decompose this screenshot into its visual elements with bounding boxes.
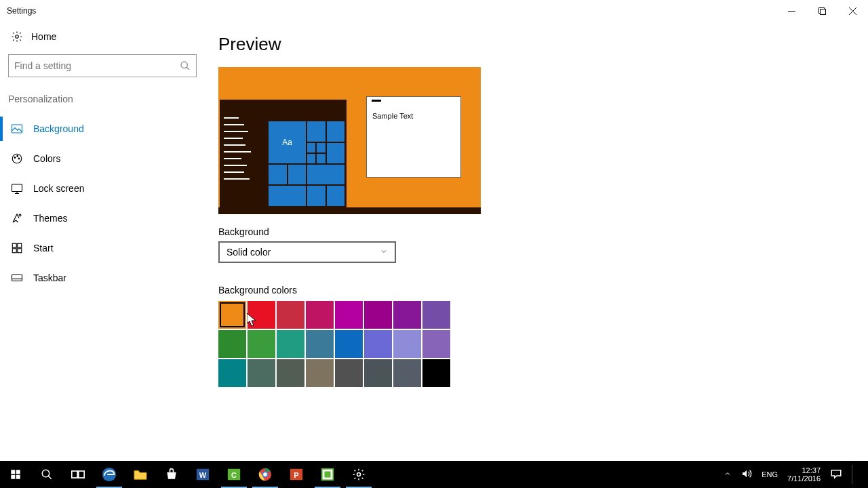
background-dropdown[interactable]: Solid color xyxy=(218,241,396,263)
svg-rect-11 xyxy=(12,243,16,247)
sidebar-item-label: Themes xyxy=(33,213,68,224)
preview-app-list xyxy=(224,117,256,185)
color-swatch[interactable] xyxy=(306,330,334,358)
color-swatch[interactable] xyxy=(218,359,246,387)
svg-rect-9 xyxy=(12,184,22,192)
picture-icon xyxy=(11,123,23,135)
sidebar-item-label: Lock screen xyxy=(33,183,84,194)
sidebar-item-label: Colors xyxy=(33,153,60,164)
sidebar-item-colors[interactable]: Colors xyxy=(7,144,203,174)
start-icon xyxy=(11,242,23,254)
color-swatch[interactable] xyxy=(393,301,421,329)
color-grid xyxy=(218,301,452,387)
sidebar-item-lock-screen[interactable]: Lock screen xyxy=(7,174,203,203)
color-swatch[interactable] xyxy=(364,359,392,387)
colors-label: Background colors xyxy=(218,285,868,296)
color-swatch[interactable] xyxy=(393,330,421,358)
home-label: Home xyxy=(31,31,56,42)
palette-icon xyxy=(11,152,23,165)
color-swatch[interactable] xyxy=(306,359,334,387)
home-button[interactable]: Home xyxy=(7,22,203,52)
main-content: Preview Aa Sample Text xyxy=(203,22,868,461)
color-swatch[interactable] xyxy=(422,301,450,329)
chevron-down-icon xyxy=(380,247,388,258)
gear-icon xyxy=(11,30,23,43)
lock-screen-icon xyxy=(11,182,23,195)
color-swatch[interactable] xyxy=(248,301,275,329)
preview-tile-big: Aa xyxy=(269,121,306,163)
svg-point-7 xyxy=(17,155,18,157)
search-input-wrapper[interactable] xyxy=(8,54,197,77)
action-center-icon[interactable] xyxy=(830,468,842,481)
color-swatch[interactable] xyxy=(393,359,421,387)
color-swatch[interactable] xyxy=(422,359,450,387)
taskbar-app-edge[interactable] xyxy=(94,461,125,488)
color-swatch[interactable] xyxy=(306,301,334,329)
svg-point-26 xyxy=(263,472,267,476)
maximize-button[interactable] xyxy=(807,1,837,20)
svg-point-31 xyxy=(357,473,361,476)
clock-time: 12:37 xyxy=(787,466,821,474)
sidebar-item-start[interactable]: Start xyxy=(7,233,203,263)
language-indicator[interactable]: ENG xyxy=(762,470,778,479)
minimize-button[interactable] xyxy=(776,1,807,20)
preview-start-menu: Aa xyxy=(220,100,347,207)
color-swatch[interactable] xyxy=(277,359,304,387)
taskbar-search-button[interactable] xyxy=(31,461,62,488)
color-swatch[interactable] xyxy=(218,330,246,358)
taskbar-app-store[interactable] xyxy=(156,461,187,488)
preview-taskbar xyxy=(218,207,481,214)
color-swatch[interactable] xyxy=(364,301,392,329)
color-swatch[interactable] xyxy=(218,301,246,329)
svg-rect-30 xyxy=(324,471,330,477)
taskbar-app-snagit[interactable] xyxy=(312,461,343,488)
taskbar-app-camtasia[interactable]: C xyxy=(218,461,250,488)
color-swatch[interactable] xyxy=(248,330,275,358)
search-icon xyxy=(180,60,191,71)
taskbar-app-powerpoint[interactable]: P xyxy=(281,461,312,488)
svg-point-16 xyxy=(42,470,50,477)
show-desktop-button[interactable] xyxy=(852,465,865,484)
close-button[interactable] xyxy=(837,1,868,20)
themes-icon xyxy=(11,212,23,224)
color-swatch[interactable] xyxy=(248,359,275,387)
taskbar-app-chrome[interactable] xyxy=(250,461,281,488)
svg-rect-12 xyxy=(18,243,22,247)
color-swatch[interactable] xyxy=(277,330,304,358)
svg-point-6 xyxy=(14,157,16,159)
color-swatch[interactable] xyxy=(335,330,363,358)
tray-chevron-icon[interactable] xyxy=(724,470,732,479)
sidebar-item-themes[interactable]: Themes xyxy=(7,203,203,233)
sidebar-item-label: Taskbar xyxy=(33,272,66,283)
preview-sample-text: Sample Text xyxy=(372,112,413,120)
sidebar-item-label: Background xyxy=(33,123,84,134)
sidebar-item-background[interactable]: Background xyxy=(7,114,203,144)
taskbar-app-word[interactable]: W xyxy=(187,461,218,488)
search-input[interactable] xyxy=(14,60,180,71)
start-button[interactable] xyxy=(0,461,31,488)
svg-point-10 xyxy=(19,214,21,216)
color-swatch[interactable] xyxy=(364,330,392,358)
svg-rect-13 xyxy=(12,249,16,253)
taskbar-app-explorer[interactable] xyxy=(125,461,156,488)
svg-text:P: P xyxy=(294,471,298,479)
titlebar: Settings xyxy=(0,0,868,22)
window-title: Settings xyxy=(7,6,36,16)
preview-sample-window: Sample Text xyxy=(366,96,461,178)
clock[interactable]: 12:37 7/11/2016 xyxy=(787,466,821,483)
svg-point-2 xyxy=(16,35,19,39)
volume-icon[interactable] xyxy=(741,469,752,480)
page-title: Preview xyxy=(218,34,868,55)
svg-text:W: W xyxy=(199,471,207,479)
color-swatch[interactable] xyxy=(422,330,450,358)
color-swatch[interactable] xyxy=(335,301,363,329)
task-view-button[interactable] xyxy=(62,461,94,488)
svg-rect-17 xyxy=(72,471,77,478)
desktop-preview: Aa Sample Text xyxy=(218,67,481,214)
svg-rect-1 xyxy=(821,9,826,14)
color-swatch[interactable] xyxy=(277,301,304,329)
taskbar-app-settings[interactable] xyxy=(343,461,374,488)
background-dropdown-value: Solid color xyxy=(226,247,271,258)
color-swatch[interactable] xyxy=(335,359,363,387)
sidebar-item-taskbar[interactable]: Taskbar xyxy=(7,263,203,293)
